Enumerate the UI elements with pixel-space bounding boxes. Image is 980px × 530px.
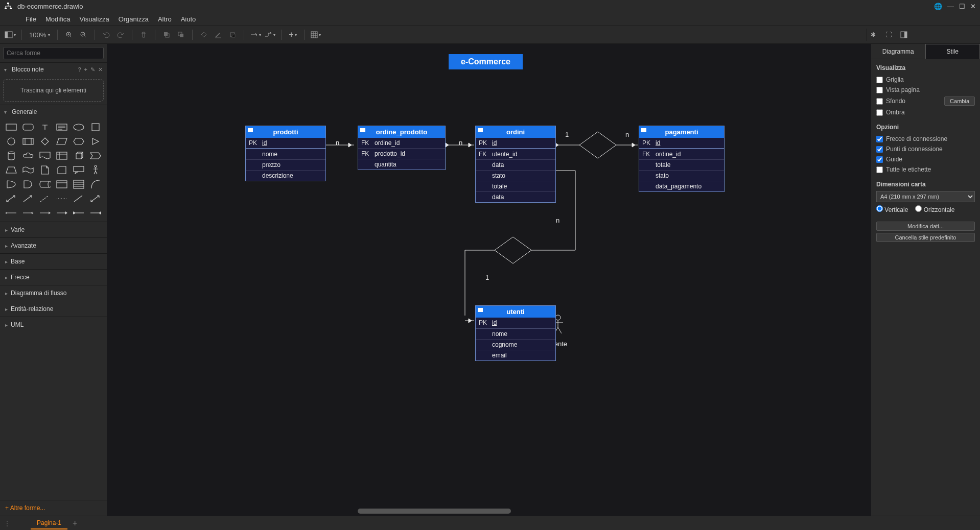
- shape-hexagon[interactable]: [72, 136, 86, 147]
- line-color-icon[interactable]: [212, 29, 224, 41]
- redo-icon[interactable]: [114, 29, 127, 41]
- shape-rect[interactable]: [4, 122, 18, 133]
- shape-and[interactable]: [21, 179, 35, 190]
- shape-tape[interactable]: [21, 164, 35, 176]
- menu-arrange[interactable]: Organizza: [119, 15, 149, 23]
- to-front-icon[interactable]: [160, 29, 173, 41]
- entity-ordine-prodotto[interactable]: ordine_prodotto FKordine_id FKprodotto_i…: [358, 126, 446, 170]
- radio-vertical[interactable]: [876, 205, 883, 212]
- add-page-button[interactable]: +: [73, 519, 77, 528]
- shape-internal[interactable]: [55, 150, 68, 161]
- shape-container[interactable]: [55, 179, 68, 190]
- general-header[interactable]: Generale: [0, 105, 107, 118]
- entity-utenti[interactable]: utenti PKid nome cognome email: [475, 305, 556, 361]
- canvas[interactable]: e-Commerce: [107, 44, 871, 516]
- close-button[interactable]: ✕: [970, 3, 976, 10]
- shape-square[interactable]: [89, 122, 103, 133]
- shape-link6[interactable]: [89, 207, 103, 219]
- shape-actor[interactable]: [89, 164, 103, 176]
- undo-icon[interactable]: [100, 29, 112, 41]
- waypoint-icon[interactable]: ▾: [264, 29, 276, 41]
- shadow-icon[interactable]: [226, 29, 239, 41]
- page-tab[interactable]: Pagina-1: [31, 517, 67, 529]
- tab-style[interactable]: Stile: [925, 44, 981, 59]
- checkbox-guides[interactable]: [876, 156, 883, 163]
- sidebar-toggle-icon[interactable]: ▾: [4, 29, 16, 41]
- zoom-out-icon[interactable]: [77, 29, 89, 41]
- shape-arrow-bidir[interactable]: [4, 193, 18, 204]
- shape-line-dashed[interactable]: [38, 193, 52, 204]
- scratchpad-header[interactable]: Blocco note ?+✎✕: [0, 62, 107, 76]
- shape-callout[interactable]: [72, 164, 86, 176]
- shape-link5[interactable]: [72, 207, 86, 219]
- change-bg-button[interactable]: Cambia: [944, 97, 975, 106]
- close-icon[interactable]: ✕: [98, 66, 103, 73]
- shape-datastore[interactable]: [38, 179, 52, 190]
- shape-line-dotted[interactable]: [55, 193, 68, 204]
- shape-circle[interactable]: [4, 136, 18, 147]
- zoom-level[interactable]: 100%▾: [27, 31, 52, 39]
- zoom-in-icon[interactable]: [63, 29, 75, 41]
- fullscreen-icon[interactable]: ⛶: [882, 29, 895, 41]
- category-misc[interactable]: Varie: [0, 222, 107, 237]
- entity-prodotti[interactable]: prodotti PKid nome prezzo descrizione: [245, 126, 326, 181]
- fill-color-icon[interactable]: [198, 29, 210, 41]
- help-icon[interactable]: ?: [78, 66, 81, 73]
- shape-or[interactable]: [4, 179, 18, 190]
- edit-data-button[interactable]: Modifica dati...: [876, 222, 975, 231]
- shape-textbox[interactable]: [55, 122, 68, 133]
- insert-icon[interactable]: +▾: [287, 29, 298, 41]
- page-drag-icon[interactable]: ⋮: [4, 520, 10, 527]
- shape-process[interactable]: [21, 136, 35, 147]
- shape-cylinder[interactable]: [4, 150, 18, 161]
- shape-line[interactable]: [72, 193, 86, 204]
- search-input[interactable]: [3, 47, 104, 59]
- table-icon[interactable]: ▾: [310, 29, 322, 41]
- entity-ordini[interactable]: ordini PKid FKutente_id data stato total…: [475, 126, 556, 203]
- checkbox-conn-points[interactable]: [876, 146, 883, 153]
- shape-step[interactable]: [89, 150, 103, 161]
- add-icon[interactable]: +: [84, 66, 87, 73]
- shape-link1[interactable]: [4, 207, 18, 219]
- category-arrows[interactable]: Frecce: [0, 269, 107, 285]
- more-shapes-button[interactable]: + Altre forme...: [0, 500, 107, 516]
- shape-list[interactable]: [72, 179, 86, 190]
- shape-link3[interactable]: [38, 207, 52, 219]
- shape-arrow[interactable]: [21, 193, 35, 204]
- checkbox-grid[interactable]: [876, 77, 883, 83]
- menu-view[interactable]: Visualizza: [79, 15, 109, 23]
- shape-card[interactable]: [55, 164, 68, 176]
- format-panel-icon[interactable]: [898, 29, 910, 41]
- to-back-icon[interactable]: [175, 29, 187, 41]
- shape-link2[interactable]: [21, 207, 35, 219]
- checkbox-all-labels[interactable]: [876, 166, 883, 173]
- shape-ellipse[interactable]: [72, 122, 86, 133]
- menu-file[interactable]: File: [26, 15, 36, 23]
- diagram-title[interactable]: e-Commerce: [449, 54, 523, 69]
- category-flowchart[interactable]: Diagramma di flusso: [0, 285, 107, 301]
- shape-triangle[interactable]: [89, 136, 103, 147]
- checkbox-pageview[interactable]: [876, 87, 883, 93]
- maximize-button[interactable]: ☐: [959, 3, 965, 10]
- delete-icon[interactable]: [137, 29, 150, 41]
- connection-icon[interactable]: ▾: [249, 29, 262, 41]
- globe-icon[interactable]: 🌐: [934, 3, 942, 10]
- shape-roundrect[interactable]: [21, 122, 35, 133]
- shape-note[interactable]: [38, 164, 52, 176]
- checkbox-background[interactable]: [876, 98, 883, 105]
- shape-bidir-line[interactable]: [89, 193, 103, 204]
- scratchpad-dropzone[interactable]: Trascina qui gli elementi: [3, 79, 104, 102]
- horizontal-scrollbar[interactable]: [358, 509, 511, 514]
- shape-link4[interactable]: [55, 207, 68, 219]
- shape-diamond[interactable]: [38, 136, 52, 147]
- edit-icon[interactable]: ✎: [90, 66, 95, 73]
- shape-document[interactable]: [38, 150, 52, 161]
- shape-cube[interactable]: [72, 150, 86, 161]
- category-er[interactable]: Entità-relazione: [0, 301, 107, 317]
- shape-cloud[interactable]: [21, 150, 35, 161]
- minimize-button[interactable]: —: [947, 3, 954, 10]
- paper-size-select[interactable]: A4 (210 mm x 297 mm): [876, 191, 975, 202]
- category-basic[interactable]: Base: [0, 253, 107, 269]
- checkbox-shadow[interactable]: [876, 109, 883, 116]
- shape-curve[interactable]: [89, 179, 103, 190]
